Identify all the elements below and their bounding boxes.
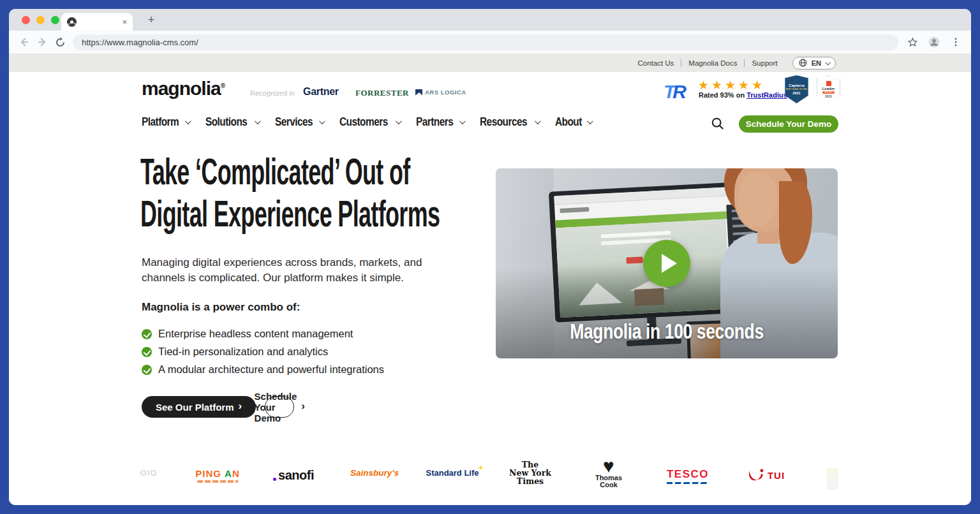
language-selector[interactable]: EN	[792, 57, 836, 70]
sainsburys-logo: Sainsbury's	[350, 468, 399, 478]
nav-item-about[interactable]: About	[555, 115, 591, 129]
chevron-down-icon	[185, 118, 191, 124]
nav-item-platform[interactable]: Platform	[142, 115, 189, 129]
chevron-down-icon	[587, 118, 593, 124]
ars-logica-icon	[415, 89, 422, 96]
checklist-item: A modular architecture and powerful inte…	[142, 363, 384, 376]
search-icon[interactable]	[711, 117, 726, 132]
check-icon	[142, 329, 152, 339]
combo-heading: Magnolia is a power combo of:	[142, 301, 300, 314]
browser-tab[interactable]: ×	[61, 13, 133, 31]
recognized-in-label: Recognized in	[250, 89, 295, 97]
reload-icon[interactable]	[51, 33, 69, 51]
browser-toolbar: https://www.magnolia-cms.com/	[9, 31, 971, 54]
magnolia-favicon-icon	[67, 17, 77, 27]
rating-stars: ★★★★★	[698, 78, 765, 92]
chevron-down-icon	[319, 118, 325, 124]
checklist-item: Tied-in personalization and analytics	[142, 346, 384, 358]
utility-link-contact-us[interactable]: Contact Us	[630, 59, 681, 67]
play-button-icon[interactable]	[643, 240, 690, 287]
nav-item-solutions[interactable]: Solutions	[205, 115, 258, 129]
utility-nav: Contact Us Magnolia Docs Support EN	[9, 54, 971, 72]
new-tab-button[interactable]: +	[143, 11, 160, 28]
ping-an-logo: PING AN	[195, 468, 240, 483]
window-controls	[22, 16, 59, 24]
magnolia-logo[interactable]: magnolia®	[142, 78, 225, 99]
schedule-demo-hero-button[interactable]: Schedule Your Demo›	[265, 396, 294, 418]
browser-window: × + https://www.magnolia-cms.com/	[9, 9, 971, 505]
ping-an-subtext	[197, 480, 238, 483]
faded-logo: OIO	[140, 468, 158, 478]
page-content: Contact Us Magnolia Docs Support EN magn…	[9, 54, 971, 505]
bookmark-star-icon[interactable]	[903, 33, 921, 51]
registered-mark: ®	[221, 82, 225, 89]
leader-badge: Leader SPRING 2021	[817, 75, 840, 103]
close-tab-icon[interactable]: ×	[122, 18, 127, 26]
back-icon[interactable]	[15, 33, 33, 51]
nav-item-resources[interactable]: Resources	[480, 115, 539, 129]
minimize-window-button[interactable]	[36, 16, 45, 24]
tesco-logo: TESCO	[667, 468, 709, 484]
utility-link-support[interactable]: Support	[745, 59, 784, 67]
tui-logo: TUI	[748, 468, 785, 482]
gartner-logo: Gartner	[303, 86, 339, 98]
new-york-times-logo: The New York Times	[509, 460, 551, 485]
thomas-cook-logo: ♥ Thomas Cook	[595, 458, 622, 488]
maximize-window-button[interactable]	[51, 16, 59, 24]
chevron-down-icon	[825, 60, 830, 65]
url-bar[interactable]: https://www.magnolia-cms.com/	[73, 34, 898, 50]
hero-heading: Take ‘Complicated’ Out ofDigital Experie…	[140, 151, 440, 235]
tab-strip: × +	[9, 9, 971, 31]
heart-icon: ♥	[595, 458, 622, 474]
chevron-down-icon	[459, 118, 466, 124]
spark-icon: ✦	[478, 464, 483, 471]
arrow-right-icon: ›	[239, 400, 242, 413]
tesco-dashes	[667, 482, 709, 484]
chevron-down-icon	[535, 118, 541, 124]
trustradius-logo: TR	[664, 81, 684, 103]
standard-life-logo: Standard Life✦	[426, 468, 479, 478]
chevron-down-icon	[396, 118, 402, 124]
leader-badge-icon	[826, 81, 831, 86]
customer-logo-strip: OIO PING AN sanofi Sainsbury's Standard …	[9, 446, 971, 504]
close-window-button[interactable]	[22, 16, 30, 24]
chevron-down-icon	[254, 118, 260, 124]
globe-icon	[799, 59, 807, 67]
arrow-right-icon: ›	[301, 400, 305, 413]
video-thumbnail[interactable]: Magnolia in 100 seconds	[496, 168, 838, 358]
rating-text: Rated 93% on TrustRadius	[699, 91, 787, 99]
check-icon	[142, 365, 152, 375]
main-nav: Platform Solutions Services Customers Pa…	[142, 115, 591, 129]
url-text: https://www.magnolia-cms.com/	[82, 38, 198, 47]
nav-item-services[interactable]: Services	[275, 115, 323, 129]
ars-logica-logo: ARS LOGICA	[415, 89, 466, 96]
hero-paragraph: Managing digital experiences across bran…	[142, 255, 461, 286]
trustradius-link[interactable]: TrustRadius	[746, 91, 787, 99]
partial-logo	[827, 468, 838, 490]
video-caption: Magnolia in 100 seconds	[533, 319, 800, 344]
nav-item-partners[interactable]: Partners	[416, 115, 464, 129]
schedule-demo-nav-button[interactable]: Schedule Your Demo	[739, 115, 838, 133]
utility-link-magnolia-docs[interactable]: Magnolia Docs	[681, 59, 744, 67]
checklist-item: Enterprise headless content management	[142, 328, 384, 340]
tui-smile-icon	[748, 468, 764, 482]
feature-checklist: Enterprise headless content management T…	[142, 328, 384, 376]
profile-avatar-icon[interactable]	[925, 33, 943, 51]
capterra-badge: Capterra BEST EASE OF USE 2021	[785, 75, 808, 103]
sanofi-logo: sanofi	[278, 468, 314, 483]
browser-menu-icon[interactable]	[947, 33, 965, 51]
see-our-platform-button[interactable]: See Our Platform›	[142, 396, 256, 418]
nav-item-customers[interactable]: Customers	[339, 115, 400, 129]
language-value: EN	[812, 59, 821, 67]
forward-icon[interactable]	[33, 33, 51, 51]
check-icon	[142, 347, 152, 357]
forrester-logo: FORRESTER	[355, 88, 409, 98]
